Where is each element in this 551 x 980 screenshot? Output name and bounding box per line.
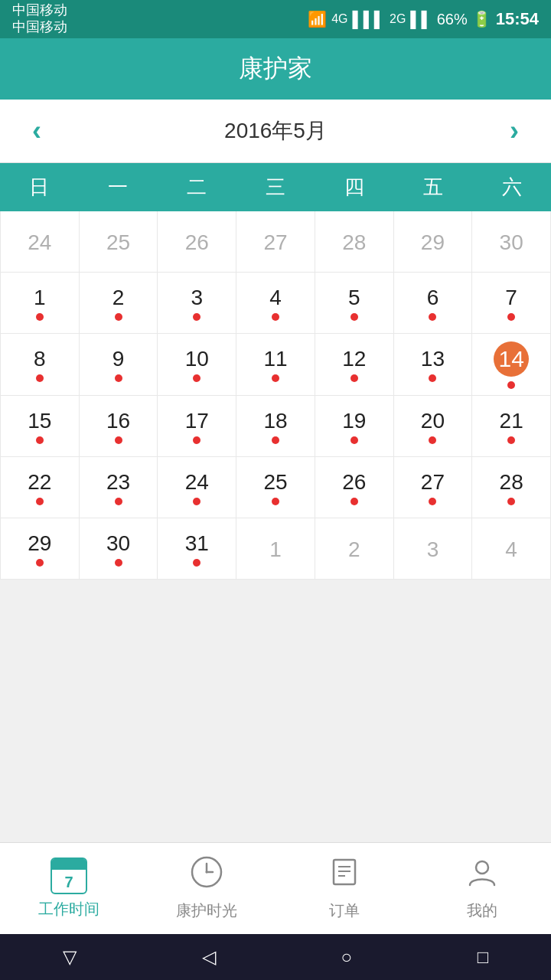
day-dot (350, 313, 358, 321)
weekday-header-cell: 五 (393, 163, 472, 211)
prev-month-button[interactable]: ‹ (23, 112, 51, 150)
battery-icon: 🔋 (472, 10, 491, 28)
calendar-day-cell[interactable]: 15 (1, 396, 80, 457)
day-number: 4 (505, 539, 517, 560)
day-number: 22 (28, 472, 51, 493)
calendar-day-cell[interactable]: 2 (80, 273, 158, 334)
battery-level: 66% (437, 11, 468, 28)
calendar-day-cell[interactable]: 29 (1, 518, 80, 580)
calendar-day-cell[interactable]: 19 (315, 396, 394, 457)
carrier-info: 中国移动 中国移动 (12, 2, 67, 35)
calendar-day-cell[interactable]: 9 (80, 334, 158, 396)
day-number: 2 (112, 287, 125, 309)
calendar-day-cell[interactable]: 27 (394, 457, 473, 518)
calendar-day-cell[interactable]: 13 (394, 334, 473, 396)
day-number: 13 (421, 348, 445, 370)
day-number: 14 (494, 341, 529, 377)
day-dot (507, 313, 515, 321)
nav-item-work-time[interactable]: 7 工作时间 (0, 843, 138, 934)
calendar-day-cell[interactable]: 21 (472, 396, 551, 457)
day-number: 24 (28, 232, 51, 253)
network-type2: 2G (390, 12, 406, 26)
calendar-day-cell[interactable]: 14 (472, 334, 551, 396)
nav-home-button[interactable]: ○ (325, 940, 367, 974)
calendar-day-cell[interactable]: 6 (394, 273, 473, 334)
calendar-day-cell[interactable]: 3 (158, 273, 236, 334)
calendar-day-cell[interactable]: 10 (158, 334, 236, 396)
calendar-day-cell[interactable]: 31 (158, 518, 236, 580)
calendar-day-cell[interactable]: 5 (315, 273, 394, 334)
day-number: 18 (263, 410, 287, 432)
app-title: 康护家 (239, 54, 312, 82)
day-dot (429, 313, 436, 321)
day-dot (272, 313, 279, 321)
calendar-day-cell[interactable]: 3 (394, 518, 473, 580)
calendar-day-cell[interactable]: 25 (80, 211, 158, 273)
calendar-day-cell[interactable]: 2 (315, 518, 394, 580)
weekday-header-cell: 一 (79, 163, 158, 211)
calendar-day-cell[interactable]: 16 (80, 396, 158, 457)
month-title: 2016年5月 (224, 116, 327, 145)
day-number: 26 (342, 472, 366, 493)
calendar-day-cell[interactable]: 24 (1, 211, 80, 273)
calendar-day-cell[interactable]: 30 (80, 518, 158, 580)
day-number: 5 (348, 287, 360, 309)
day-number: 20 (421, 410, 445, 432)
calendar-day-cell[interactable]: 29 (394, 211, 473, 273)
day-number: 9 (112, 348, 125, 370)
calendar-day-cell[interactable]: 26 (315, 457, 394, 518)
calendar-day-cell[interactable]: 22 (1, 457, 80, 518)
calendar-day-cell[interactable]: 1 (1, 273, 80, 334)
calendar-day-cell[interactable]: 12 (315, 334, 394, 396)
nav-back-button[interactable]: ◁ (187, 940, 231, 974)
day-number: 28 (342, 232, 366, 253)
nav-item-orders[interactable]: 订单 (276, 843, 413, 934)
calendar-day-cell[interactable]: 11 (236, 334, 315, 396)
calendar-day-cell[interactable]: 18 (236, 396, 315, 457)
day-dot (115, 498, 122, 505)
calendar-day-cell[interactable]: 8 (1, 334, 80, 396)
day-dot (193, 498, 201, 505)
calendar-day-cell[interactable]: 28 (315, 211, 394, 273)
calendar-day-cell[interactable]: 20 (394, 396, 473, 457)
day-number: 23 (106, 472, 130, 493)
day-dot (350, 374, 358, 382)
day-dot (193, 374, 201, 382)
day-dot (115, 559, 122, 567)
day-number: 25 (106, 232, 130, 253)
wifi-icon: 📶 (308, 10, 327, 28)
day-dot (115, 374, 122, 382)
nav-recent-button[interactable]: □ (462, 940, 504, 974)
calendar-day-cell[interactable]: 24 (158, 457, 236, 518)
calendar-day-cell[interactable]: 30 (472, 211, 551, 273)
day-number: 17 (185, 410, 209, 432)
day-number: 7 (505, 287, 517, 309)
calendar-day-cell[interactable]: 25 (236, 457, 315, 518)
day-number: 2 (348, 539, 360, 560)
nav-label-work-time: 工作时间 (38, 899, 99, 920)
day-number: 30 (106, 533, 130, 554)
calendar-day-cell[interactable]: 26 (158, 211, 236, 273)
next-month-button[interactable]: › (500, 112, 528, 150)
day-number: 30 (500, 232, 523, 253)
calendar-day-cell[interactable]: 27 (236, 211, 315, 273)
nav-down-button[interactable]: ▽ (47, 940, 92, 974)
day-dot (36, 313, 44, 321)
nav-item-care-time[interactable]: 康护时光 (138, 843, 276, 934)
day-number: 8 (34, 348, 46, 370)
calendar-day-cell[interactable]: 17 (158, 396, 236, 457)
system-nav: ▽ ◁ ○ □ (0, 934, 551, 980)
day-dot (36, 559, 44, 567)
nav-item-mine[interactable]: 我的 (413, 843, 551, 934)
weekday-header-cell: 六 (472, 163, 551, 211)
day-dot (429, 498, 436, 505)
calendar-day-cell[interactable]: 28 (472, 457, 551, 518)
calendar-day-cell[interactable]: 4 (472, 518, 551, 580)
calendar-day-cell[interactable]: 4 (236, 273, 315, 334)
calendar-day-cell[interactable]: 23 (80, 457, 158, 518)
content-area (0, 580, 551, 842)
calendar-day-cell[interactable]: 1 (236, 518, 315, 580)
calendar-day-cell[interactable]: 7 (472, 273, 551, 334)
day-number: 6 (427, 287, 439, 309)
clock: 15:54 (496, 9, 539, 29)
